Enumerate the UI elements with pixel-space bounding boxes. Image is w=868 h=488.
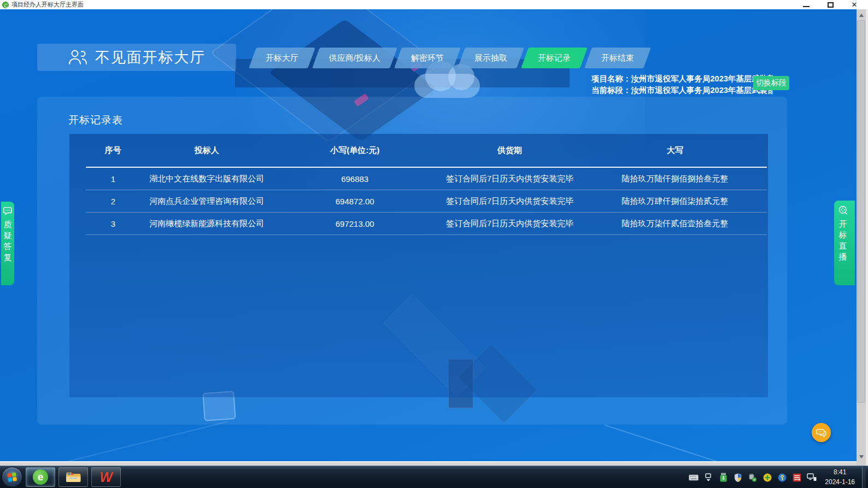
maximize-button[interactable]: [824, 1, 836, 9]
ca-certificate-icon[interactable]: [792, 473, 802, 483]
cell-amount: 696883: [273, 174, 437, 184]
usb-icon[interactable]: [718, 473, 728, 483]
close-button[interactable]: ✕: [848, 1, 860, 9]
cell-amount: 697213.00: [273, 219, 437, 228]
tab-display-draw[interactable]: 展示抽取: [458, 48, 524, 68]
window-controls: ✕: [800, 0, 865, 9]
tab-label: 开标记录: [538, 53, 571, 63]
cell-seq: 1: [86, 174, 140, 184]
col-header-delivery: 供货期: [437, 145, 583, 156]
taskbar-explorer-button[interactable]: [58, 467, 88, 487]
chat-fab-button[interactable]: [812, 423, 831, 442]
windows-logo-icon: [7, 472, 17, 483]
question-reply-side-tab[interactable]: 质疑答复: [1, 202, 14, 285]
cell-bidder: 湖北中文在线数字出版有限公司: [140, 174, 273, 184]
col-header-seq: 序号: [86, 145, 140, 156]
cell-amount: 694872.00: [273, 197, 437, 206]
bid-record-table: 序号 投标人 小写(单位:元) 供货期 大写 1 湖北中文在线数字出版有限公司 …: [69, 134, 768, 397]
window-frame: [866, 9, 868, 466]
background-illustration: [605, 425, 740, 466]
table-row: 1 湖北中文在线数字出版有限公司 696883 签订合同后7日历天内供货安装完毕…: [86, 168, 767, 190]
tab-label: 解密环节: [411, 53, 444, 63]
safely-remove-hardware-icon[interactable]: [748, 473, 758, 483]
keyboard-icon[interactable]: [689, 473, 699, 483]
table-header-row: 序号 投标人 小写(单位:元) 供货期 大写: [86, 134, 767, 168]
clock-date: 2024-1-16: [825, 478, 855, 487]
app-area: 不见面开标大厅 开标大厅 供应商/投标人 解密环节 展示抽取 开标记录 开标结束…: [0, 9, 868, 466]
app-logo-banner: 不见面开标大厅: [37, 44, 236, 71]
folder-icon: [65, 471, 81, 484]
page-title: 开标记录表: [68, 113, 123, 127]
tab-suppliers-bidders[interactable]: 供应商/投标人: [312, 48, 397, 68]
main-panel: 开标记录表 序号 投标人 小写(单位:元) 供货期 大写 1 湖北中文在线数字出…: [37, 97, 787, 425]
tab-opening-record[interactable]: 开标记录: [521, 48, 588, 68]
horizontal-scrollbar[interactable]: [0, 461, 857, 466]
table-row: 2 河南点兵企业管理咨询有限公司 694872.00 签订合同后7日历天内供货安…: [86, 190, 767, 213]
cell-delivery: 签订合同后7日历天内供货安装完毕: [437, 196, 583, 207]
cell-seq: 2: [86, 197, 140, 206]
hidden-icons-expander[interactable]: [703, 473, 713, 483]
tab-label: 供应商/投标人: [329, 53, 380, 63]
app-logo-title: 不见面开标大厅: [95, 48, 206, 67]
show-desktop-button[interactable]: [862, 466, 866, 488]
cloud-illustration: [414, 74, 480, 98]
live-broadcast-label: 开标直播: [838, 219, 847, 262]
video-reel-icon: [838, 205, 848, 215]
tab-label: 展示抽取: [474, 53, 507, 63]
nav-tabs: 开标大厅 供应商/投标人 解密环节 展示抽取 开标记录 开标结束: [253, 48, 647, 68]
current-section: 当前标段：汝州市退役军人事务局2023年基层武装部...: [591, 85, 773, 96]
col-header-bidder: 投标人: [140, 145, 273, 156]
browser-app-icon: [2, 2, 9, 8]
chat-bubble-icon: [3, 207, 13, 215]
cell-delivery: 签订合同后7日历天内供货安装完毕: [437, 219, 583, 229]
triangle-down-icon: [859, 455, 864, 458]
close-icon: ✕: [852, 1, 858, 8]
chat-bubbles-icon: [816, 428, 827, 438]
taskbar-wps-button[interactable]: W: [91, 467, 121, 487]
tab-label: 开标大厅: [266, 53, 298, 63]
clock-time: 8:41: [825, 468, 855, 477]
window-titlebar: 项目经办人开标大厅主界面 ✕: [0, 0, 868, 9]
cell-delivery: 签订合同后7日历天内供货安装完毕: [437, 174, 583, 184]
vertical-scrollbar[interactable]: [857, 9, 866, 466]
tab-decryption[interactable]: 解密环节: [394, 48, 461, 68]
wps-icon: W: [99, 469, 113, 485]
live-broadcast-side-tab[interactable]: 开标直播: [834, 201, 855, 285]
cell-amount-words: 陆拾玖万肆仟捌佰柒拾贰元整: [583, 196, 767, 207]
cell-bidder: 河南点兵企业管理咨询有限公司: [140, 196, 273, 207]
cell-amount-words: 陆拾玖万陆仟捌佰捌拾叁元整: [583, 174, 767, 184]
scroll-down-arrow[interactable]: [857, 452, 866, 461]
start-button[interactable]: [2, 467, 22, 487]
antivirus-icon[interactable]: [763, 473, 772, 483]
window-title: 项目经办人开标大厅主界面: [11, 1, 84, 9]
background-illustration: [68, 421, 227, 462]
minimize-icon: [803, 6, 810, 7]
tab-opening-end[interactable]: 开标结束: [584, 48, 651, 68]
defender-shield-icon[interactable]: [733, 473, 743, 483]
network-icon[interactable]: [807, 473, 817, 483]
tab-label: 开标结束: [601, 53, 634, 63]
taskbar-browser-button[interactable]: e: [26, 467, 55, 487]
browser-icon: e: [33, 469, 48, 485]
question-reply-label: 质疑答复: [3, 219, 12, 263]
taskbar: e W: [0, 466, 868, 488]
scrollbar-thumb[interactable]: [857, 20, 865, 403]
users-icon: [68, 49, 87, 66]
cell-bidder: 河南橄榄绿新能源科技有限公司: [140, 219, 273, 229]
project-name: 项目名称：汝州市退役军人事务局2023年基层武装部...: [591, 73, 773, 85]
cell-amount-words: 陆拾玖万柒仟贰佰壹拾叁元整: [583, 219, 767, 229]
col-header-amount: 小写(单位:元): [273, 145, 437, 156]
screen: 项目经办人开标大厅主界面 ✕: [0, 0, 868, 488]
col-header-amount-words: 大写: [583, 145, 767, 156]
browser-glyph: e: [38, 471, 44, 483]
key-icon[interactable]: [777, 473, 787, 483]
triangle-up-icon: [859, 14, 864, 17]
switch-section-button[interactable]: 切换标段: [753, 76, 789, 90]
tab-bid-opening-hall[interactable]: 开标大厅: [249, 48, 315, 68]
maximize-icon: [828, 2, 834, 8]
table-row: 3 河南橄榄绿新能源科技有限公司 697213.00 签订合同后7日历天内供货安…: [86, 213, 767, 235]
taskbar-clock[interactable]: 8:41 2024-1-16: [825, 468, 855, 487]
minimize-button[interactable]: [800, 1, 812, 9]
project-info: 项目名称：汝州市退役军人事务局2023年基层武装部... 当前标段：汝州市退役军…: [591, 73, 773, 97]
scroll-up-arrow[interactable]: [857, 10, 866, 20]
